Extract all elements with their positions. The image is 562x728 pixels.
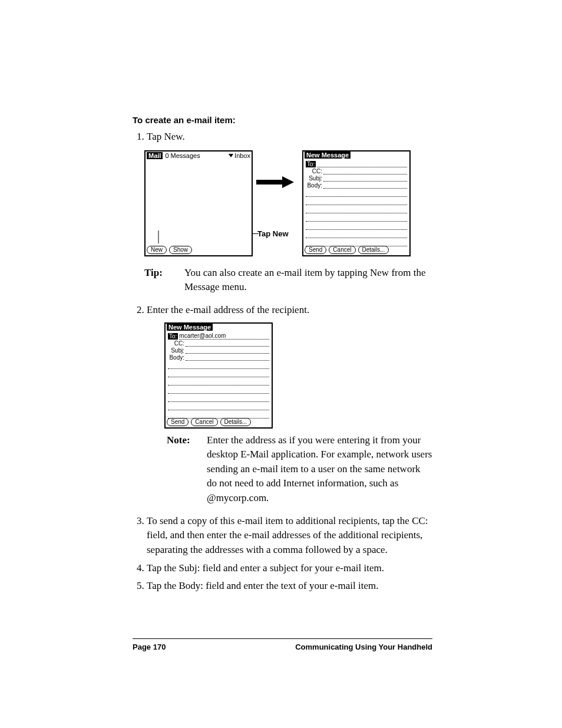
body-field[interactable] [323, 182, 407, 189]
step-3: To send a copy of this e-mail item to ad… [147, 514, 432, 558]
figure-new-message-with-recipient: New Message To: mcarter@aol.com CC: Subj… [164, 322, 432, 429]
mail-inbox-screen: Mail 0 Messages Inbox New Show [144, 150, 253, 256]
send-button-b[interactable]: Send [167, 418, 189, 426]
note-block: Note: Enter the address as if you were e… [167, 433, 432, 506]
step-list-2: Enter the e-mail address of the recipien… [133, 303, 432, 318]
subj-label: Subj: [306, 175, 323, 182]
details-button-b[interactable]: Details... [220, 418, 252, 426]
to-label: To: [306, 161, 316, 167]
body-label: Body: [306, 182, 323, 189]
folder-dropdown[interactable]: Inbox [229, 152, 250, 159]
svg-rect-1 [256, 180, 282, 185]
new-message-title-b: New Message [167, 324, 213, 331]
mail-message-count: 0 Messages [165, 152, 229, 159]
svg-marker-2 [282, 176, 294, 188]
cc-label: CC: [306, 168, 323, 174]
cc-field-b[interactable] [186, 340, 269, 347]
new-message-screen-b: New Message To: mcarter@aol.com CC: Subj… [164, 322, 273, 429]
step-list: Tap New. [133, 130, 432, 144]
new-message-title: New Message [305, 151, 351, 159]
show-button[interactable]: Show [169, 246, 192, 254]
chapter-title: Communicating Using Your Handheld [295, 643, 432, 651]
figure-mail-to-new-message: Mail 0 Messages Inbox New Show [144, 150, 432, 256]
page-footer: Page 170 Communicating Using Your Handhe… [133, 638, 432, 651]
new-message-screen: New Message To: CC: Subj: Body: [302, 150, 411, 256]
details-button[interactable]: Details... [358, 246, 389, 254]
note-text: Enter the address as if you were enterin… [207, 433, 432, 506]
cc-label-b: CC: [168, 340, 186, 347]
step-2: Enter the e-mail address of the recipien… [147, 303, 432, 318]
page-number: Page 170 [133, 643, 166, 651]
new-button-connector [153, 230, 164, 246]
subj-field-b[interactable] [186, 347, 269, 354]
to-label-b: To: [168, 333, 178, 340]
note-label: Note: [167, 433, 207, 506]
mail-app-title: Mail [147, 152, 163, 159]
step-5: Tap the Body: field and enter the text o… [147, 579, 432, 594]
subj-field[interactable] [323, 175, 407, 182]
cancel-button-b[interactable]: Cancel [191, 418, 217, 426]
tap-new-callout: Tap New [257, 229, 289, 238]
section-heading: To create an e-mail item: [133, 115, 432, 125]
step-list-3: To send a copy of this e-mail item to ad… [133, 514, 432, 594]
arrow-right-icon [256, 176, 294, 188]
tip-text: You can also create an e-mail item by ta… [184, 266, 432, 295]
step-1: Tap New. [147, 130, 432, 144]
tip-block: Tip: You can also create an e-mail item … [144, 266, 432, 295]
body-label-b: Body: [168, 354, 186, 361]
body-field-b[interactable] [186, 354, 269, 361]
chevron-down-icon [229, 154, 233, 157]
send-button[interactable]: Send [305, 246, 326, 254]
folder-label: Inbox [234, 152, 250, 159]
to-field[interactable] [317, 161, 407, 167]
tip-label: Tip: [144, 266, 184, 295]
body-lines[interactable] [306, 189, 407, 246]
body-lines-b[interactable] [168, 361, 269, 419]
new-button[interactable]: New [147, 246, 167, 254]
cancel-button[interactable]: Cancel [329, 246, 355, 254]
subj-label-b: Subj: [168, 347, 186, 354]
to-field-b[interactable]: mcarter@aol.com [179, 333, 269, 340]
cc-field[interactable] [323, 168, 407, 174]
step-4: Tap the Subj: field and enter a subject … [147, 561, 432, 576]
